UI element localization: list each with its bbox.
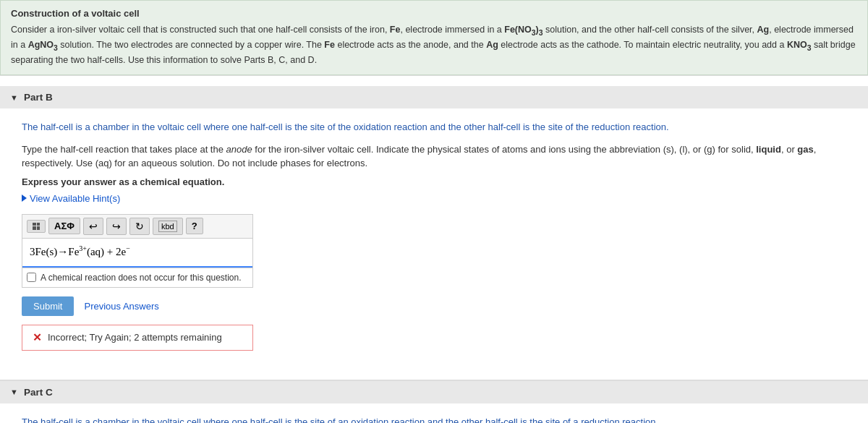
submit-row: Submit Previous Answers: [22, 296, 846, 316]
aso-button[interactable]: AΣΦ: [48, 218, 80, 234]
redo-button[interactable]: ↪: [106, 218, 127, 235]
equation-toolbar: AΣΦ ↩ ↪ ↻ kbd ?: [22, 214, 253, 238]
part-b-instruction: Type the half-cell reaction that takes p…: [22, 142, 846, 171]
part-b-content: The half-cell is a chamber in the voltai…: [0, 108, 868, 365]
part-b-arrow-icon: ▼: [10, 93, 18, 102]
no-reaction-label: A chemical reaction does not occur for t…: [41, 273, 241, 283]
no-reaction-checkbox[interactable]: [27, 273, 36, 282]
part-b-section: ▼ Part B The half-cell is a chamber in t…: [0, 75, 868, 365]
keyboard-button[interactable]: kbd: [153, 218, 183, 235]
help-button[interactable]: ?: [186, 218, 203, 234]
hint-triangle-icon: [22, 195, 27, 202]
result-text: Incorrect; Try Again; 2 attempts remaini…: [48, 332, 222, 343]
part-c-content: The half-cell is a chamber in the voltai…: [0, 403, 868, 423]
part-c-arrow-icon: ▼: [10, 388, 18, 396]
grid-icon: [33, 223, 40, 230]
previous-answers-link[interactable]: Previous Answers: [84, 301, 158, 312]
part-b-hint1: The half-cell is a chamber in the voltai…: [22, 120, 846, 135]
incorrect-icon: ✕: [33, 331, 42, 344]
grid-icon-button[interactable]: [27, 220, 46, 233]
refresh-icon: ↻: [135, 221, 144, 232]
part-c-header[interactable]: ▼ Part C: [0, 381, 868, 403]
help-icon: ?: [192, 221, 197, 231]
context-text: Consider a iron-silver voltaic cell that…: [11, 23, 857, 67]
view-hint-button[interactable]: View Available Hint(s): [22, 193, 846, 204]
part-c-label: Part C: [24, 387, 53, 398]
aso-label: AΣΦ: [54, 221, 75, 231]
context-title: Construction of a voltaic cell: [11, 8, 857, 19]
part-b-express-label: Express your answer as a chemical equati…: [22, 176, 846, 187]
top-context-box: Construction of a voltaic cell Consider …: [0, 0, 868, 75]
submit-button[interactable]: Submit: [22, 296, 74, 316]
redo-icon: ↪: [112, 221, 121, 232]
keyboard-icon: kbd: [158, 221, 177, 232]
undo-button[interactable]: ↩: [83, 218, 103, 235]
no-reaction-row: A chemical reaction does not occur for t…: [22, 268, 253, 288]
answer-input-field[interactable]: 3Fe(s)→Fe3+(aq) + 2e−: [22, 239, 252, 268]
refresh-button[interactable]: ↻: [129, 218, 150, 235]
answer-input-area: 3Fe(s)→Fe3+(aq) + 2e−: [22, 238, 253, 268]
undo-icon: ↩: [89, 221, 98, 232]
result-box: ✕ Incorrect; Try Again; 2 attempts remai…: [22, 325, 253, 351]
part-b-header[interactable]: ▼ Part B: [0, 86, 868, 108]
part-c-section: ▼ Part C The half-cell is a chamber in t…: [0, 380, 868, 423]
part-c-hint1: The half-cell is a chamber in the voltai…: [22, 415, 846, 423]
part-b-label: Part B: [24, 92, 53, 103]
